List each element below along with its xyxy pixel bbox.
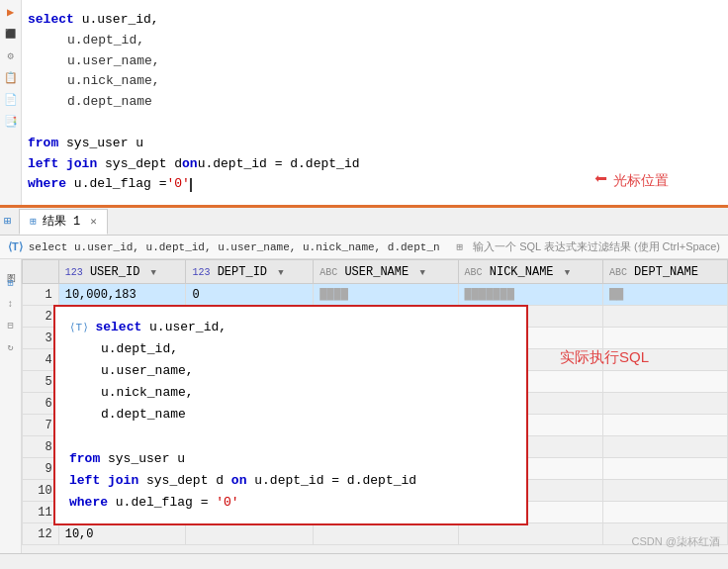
table-row[interactable]: 1 10,000,183 0 ████ ███████ ██: [23, 284, 728, 306]
editor-left-toolbar: ▶ ⬛ ⚙ 📋 📄 📑: [0, 0, 22, 205]
col-header-dept-id[interactable]: 123 DEPT_ID ▼: [186, 260, 314, 284]
annotation-label: 光标位置: [613, 169, 669, 191]
popup-line-4: u.nick_name,: [69, 382, 512, 404]
row-number: 1: [23, 284, 59, 306]
sql-preview-text: select u.user_id, u.dept_id, u.user_name…: [29, 241, 447, 253]
results-left-toolbar: 图 ⊞ ↕ ⊟ ↻: [0, 259, 22, 553]
tab-close-button[interactable]: ✕: [90, 215, 97, 228]
code-line-6: [28, 113, 718, 134]
cell-dept-name: ██: [602, 284, 727, 306]
pages-icon[interactable]: 📑: [3, 113, 19, 129]
refresh-icon[interactable]: ↻: [7, 341, 13, 353]
col-header-dept-name[interactable]: ABC DEPT_NAME: [602, 260, 727, 284]
popup-line-1: ⟨T⟩ select u.user_id,: [69, 317, 512, 338]
popup-line-where: where u.del_flag = '0': [69, 492, 512, 514]
code-line-5: d.dept_name: [28, 92, 718, 113]
run-icon[interactable]: ▶: [3, 4, 19, 20]
file-icon[interactable]: 📄: [3, 91, 19, 107]
code-line-3: u.user_name,: [28, 51, 718, 72]
code-line-1: select u.user_id,: [28, 10, 718, 31]
popup-line-3: u.user_name,: [69, 360, 512, 382]
figure-label: 图: [4, 263, 17, 267]
editor-area: ▶ ⬛ ⚙ 📋 📄 📑 select u.user_id, u.dept_id,…: [0, 0, 728, 208]
popup-line-from: from sys_user u: [69, 448, 512, 470]
code-line-7: from sys_user u: [28, 134, 718, 154]
text-cursor: [190, 178, 192, 192]
popup-line-2: u.dept_id,: [69, 338, 512, 360]
tab-label: 结果 1: [43, 213, 80, 230]
red-arrow-icon: ⬅: [594, 163, 607, 198]
cell-user-name: ████: [314, 284, 458, 306]
results-tab-bar: ⊞ ⊞ 结果 1 ✕: [0, 208, 728, 236]
row-number: 12: [23, 523, 59, 545]
sql-display-bar: ⟨T⟩ select u.user_id, u.dept_id, u.user_…: [0, 236, 728, 259]
table-row[interactable]: 12 10,0: [23, 523, 728, 545]
cell-dept-id: 0: [186, 284, 314, 306]
col-header-nick-name[interactable]: ABC NICK_NAME ▼: [458, 260, 602, 284]
sql-type-icon: ⟨T⟩: [8, 240, 23, 253]
filter2-icon[interactable]: ⊟: [7, 320, 13, 332]
cursor-annotation: ⬅ 光标位置: [594, 163, 669, 198]
col-header-user-name[interactable]: ABC USER_NAME ▼: [314, 260, 458, 284]
copy-icon[interactable]: 📋: [3, 69, 19, 85]
code-line-2: u.dept_id,: [28, 31, 718, 51]
popup-line-5: d.dept_name: [69, 404, 512, 426]
popup-sql-label: 实际执行SQL: [560, 348, 649, 367]
popup-line-join: left join sys_dept d on u.dept_id = d.de…: [69, 470, 512, 492]
sort-icon[interactable]: ↕: [7, 299, 13, 310]
watermark: CSDN @柒杯红酒: [632, 534, 720, 549]
popup-sql-box: ⟨T⟩ select u.user_id, u.dept_id, u.user_…: [53, 305, 528, 525]
results-section: 图 ⊞ ↕ ⊟ ↻ 123 USER_ID ▼ 123 DEPT_ID ▼ AB…: [0, 259, 728, 553]
code-editor[interactable]: select u.user_id, u.dept_id, u.user_name…: [22, 0, 728, 205]
table-header-row: 123 USER_ID ▼ 123 DEPT_ID ▼ ABC USER_NAM…: [23, 260, 728, 284]
cell-user-id: 10,0: [58, 523, 186, 545]
tab-grid-icon: ⊞: [30, 215, 37, 228]
cell-nick-name: ███████: [458, 284, 602, 306]
grid-icon[interactable]: ⊞: [7, 277, 13, 289]
results-table-container: 123 USER_ID ▼ 123 DEPT_ID ▼ ABC USER_NAM…: [22, 259, 728, 553]
bottom-scrollbar[interactable]: [0, 553, 728, 565]
cell-dept-name: [602, 306, 727, 328]
col-header-rownum: [23, 260, 59, 284]
popup-type-icon: ⟨T⟩: [69, 322, 95, 333]
filter-icon: ⊞: [457, 240, 464, 253]
filter-hint: 输入一个 SQL 表达式来过滤结果 (使用 Ctrl+Space): [473, 239, 720, 254]
stop-icon[interactable]: ⬛: [3, 26, 19, 42]
results-icon: ⊞: [4, 214, 11, 229]
cell-user-id: 10,000,183: [58, 284, 186, 306]
settings-icon[interactable]: ⚙: [3, 47, 19, 63]
popup-line-empty: [69, 426, 512, 447]
code-line-4: u.nick_name,: [28, 71, 718, 92]
col-header-user-id[interactable]: 123 USER_ID ▼: [58, 260, 186, 284]
results-tab-1[interactable]: ⊞ 结果 1 ✕: [19, 209, 108, 235]
